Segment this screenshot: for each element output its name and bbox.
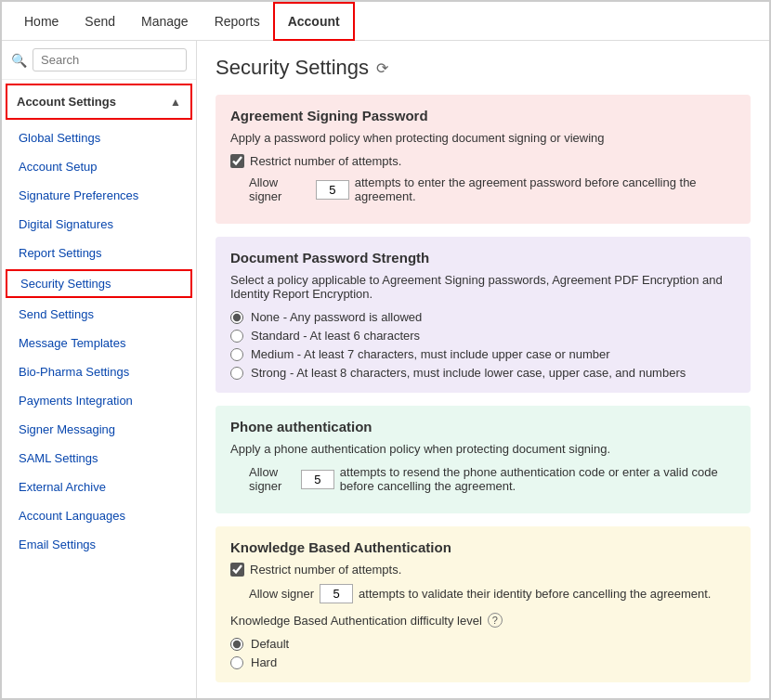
radio-medium[interactable]: [230, 348, 243, 361]
sidebar-items: Global SettingsAccount SetupSignature Pr…: [2, 123, 196, 559]
phone-signer-row: Allow signer 5 attempts to resend the ph…: [230, 465, 736, 493]
page-title-row: Security Settings ⟳: [216, 56, 751, 80]
kba-signer-prefix: Allow signer: [249, 587, 314, 601]
chevron-up-icon: ▲: [170, 96, 181, 109]
nav-home[interactable]: Home: [11, 2, 72, 41]
allow-signer-row: Allow signer 5 attempts to enter the agr…: [230, 175, 736, 203]
phone-signer-suffix: attempts to resend the phone authenticat…: [340, 465, 736, 493]
nav-send[interactable]: Send: [72, 2, 128, 41]
sidebar-item-signer-messaging[interactable]: Signer Messaging: [2, 415, 196, 444]
kba-restrict-label: Restrict number of attempts.: [250, 563, 401, 577]
phone-attempts-input[interactable]: 5: [301, 470, 334, 489]
search-input[interactable]: [33, 48, 187, 71]
password-option-standard: Standard - At least 6 characters: [230, 329, 736, 343]
password-option-medium: Medium - At least 7 characters, must inc…: [230, 347, 736, 361]
kba-option-hard: Hard: [230, 655, 736, 669]
radio-standard-label: Standard - At least 6 characters: [251, 329, 420, 343]
document-password-title: Document Password Strength: [230, 250, 736, 266]
account-settings-label: Account Settings: [17, 95, 116, 109]
restrict-attempts-label: Restrict number of attempts.: [250, 154, 401, 168]
sidebar-item-global-settings[interactable]: Global Settings: [2, 123, 196, 152]
document-password-desc: Select a policy applicable to Agreement …: [230, 273, 736, 301]
nav-account[interactable]: Account: [273, 2, 355, 41]
top-nav: Home Send Manage Reports Account: [2, 2, 769, 41]
sidebar-item-external-archive[interactable]: External Archive: [2, 473, 196, 501]
sidebar-search-container: 🔍: [2, 41, 196, 80]
radio-standard[interactable]: [230, 330, 243, 343]
sidebar-item-bio-pharma-settings[interactable]: Bio-Pharma Settings: [2, 357, 196, 386]
radio-kba-hard[interactable]: [230, 656, 243, 669]
knowledge-based-title: Knowledge Based Authentication: [230, 539, 736, 555]
kba-difficulty-options: Default Hard: [230, 637, 736, 669]
kba-restrict-row: Restrict number of attempts.: [230, 563, 736, 577]
main-content: Security Settings ⟳ Agreement Signing Pa…: [197, 41, 769, 700]
radio-kba-default-label: Default: [251, 637, 289, 651]
sidebar-item-account-languages[interactable]: Account Languages: [2, 501, 196, 530]
radio-kba-default[interactable]: [230, 638, 243, 651]
radio-kba-hard-label: Hard: [251, 655, 277, 669]
radio-none-label: None - Any password is allowed: [251, 310, 422, 324]
radio-none[interactable]: [230, 311, 243, 324]
refresh-icon[interactable]: ⟳: [376, 59, 388, 77]
sidebar-item-signature-preferences[interactable]: Signature Preferences: [2, 181, 196, 210]
sidebar-item-report-settings[interactable]: Report Settings: [2, 239, 196, 267]
nav-manage[interactable]: Manage: [128, 2, 202, 41]
sidebar-item-send-settings[interactable]: Send Settings: [2, 300, 196, 329]
radio-strong[interactable]: [230, 367, 243, 380]
page-title-text: Security Settings: [216, 56, 369, 80]
layout: 🔍 Account Settings ▲ Global SettingsAcco…: [2, 41, 769, 700]
agreement-signing-title: Agreement Signing Password: [230, 108, 736, 123]
nav-reports[interactable]: Reports: [202, 2, 273, 41]
account-settings-section-header[interactable]: Account Settings ▲: [6, 84, 192, 120]
search-icon: 🔍: [11, 53, 27, 68]
sidebar: 🔍 Account Settings ▲ Global SettingsAcco…: [2, 41, 197, 700]
kba-difficulty-label: Knowledge Based Authentication difficult…: [230, 614, 482, 628]
radio-medium-label: Medium - At least 7 characters, must inc…: [251, 347, 610, 361]
phone-auth-title: Phone authentication: [230, 419, 736, 434]
agreement-signing-section: Agreement Signing Password Apply a passw…: [216, 95, 751, 224]
allow-signer-suffix: attempts to enter the agreement password…: [355, 175, 736, 203]
help-icon[interactable]: ?: [488, 613, 503, 628]
sidebar-item-email-settings[interactable]: Email Settings: [2, 530, 196, 559]
restrict-attempts-checkbox[interactable]: [230, 154, 244, 168]
sidebar-item-account-setup[interactable]: Account Setup: [2, 152, 196, 181]
sidebar-item-message-templates[interactable]: Message Templates: [2, 329, 196, 357]
phone-auth-desc: Apply a phone authentication policy when…: [230, 442, 736, 456]
signer-attempts-input[interactable]: 5: [316, 180, 349, 200]
sidebar-item-security-settings[interactable]: Security Settings: [6, 269, 192, 298]
kba-signer-suffix: attempts to validate their identity befo…: [359, 587, 711, 601]
sidebar-item-saml-settings[interactable]: SAML Settings: [2, 444, 196, 473]
phone-signer-prefix: Allow signer: [249, 465, 295, 493]
password-option-strong: Strong - At least 8 characters, must inc…: [230, 366, 736, 380]
sidebar-item-digital-signatures[interactable]: Digital Signatures: [2, 210, 196, 239]
agreement-signing-desc: Apply a password policy when protecting …: [230, 131, 736, 145]
radio-strong-label: Strong - At least 8 characters, must inc…: [251, 366, 686, 380]
kba-signer-row: Allow signer 5 attempts to validate thei…: [230, 584, 736, 603]
kba-restrict-checkbox[interactable]: [230, 563, 244, 577]
kba-option-default: Default: [230, 637, 736, 651]
restrict-attempts-row: Restrict number of attempts.: [230, 154, 736, 168]
password-strength-options: None - Any password is allowed Standard …: [230, 310, 736, 380]
password-option-none: None - Any password is allowed: [230, 310, 736, 324]
knowledge-based-section: Knowledge Based Authentication Restrict …: [216, 526, 751, 682]
document-password-section: Document Password Strength Select a poli…: [216, 237, 751, 393]
allow-signer-prefix: Allow signer: [249, 175, 310, 203]
sidebar-item-payments-integration[interactable]: Payments Integration: [2, 386, 196, 415]
phone-auth-section: Phone authentication Apply a phone authe…: [216, 406, 751, 513]
kba-difficulty-label-row: Knowledge Based Authentication difficult…: [230, 613, 736, 628]
kba-attempts-input[interactable]: 5: [320, 584, 353, 603]
